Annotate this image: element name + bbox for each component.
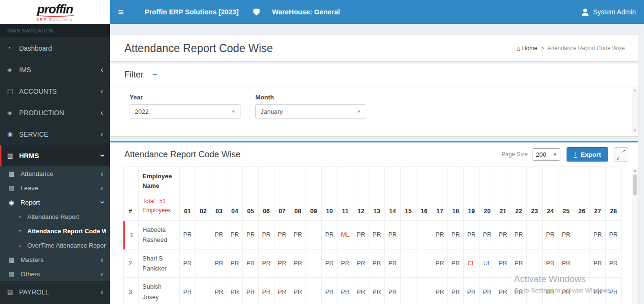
chevron-left-icon: ‹ [100, 130, 103, 138]
sidebar-item-overtime-attendance-report[interactable]: ○OverTime Attendance Report [0, 238, 110, 252]
app-logo[interactable]: proffin ERP Solutions [0, 0, 110, 24]
table-row: 1Habeela RasheedPRPRPRPRPRPRPRPRMLPRPRPR… [123, 221, 622, 250]
expand-button[interactable]: ↗ ↙ [614, 147, 628, 162]
sidebar-item-others[interactable]: ▦Others‹ [0, 267, 110, 281]
attendance-cell: PR [180, 278, 196, 304]
sidebar-item-attendance[interactable]: ▦Attendance‹ [0, 166, 110, 181]
id-card-icon: ▥ [7, 152, 19, 159]
user-name: System Admin [593, 8, 636, 16]
attendance-cell: PR [432, 278, 448, 304]
day-column-header: 26 [574, 166, 590, 221]
attendance-cell: PR [322, 250, 338, 278]
warehouse-label: WareHouse: General [272, 8, 340, 16]
list-icon: ▤ [7, 87, 19, 95]
attendance-cell [306, 278, 322, 304]
day-column-header: 28 [606, 166, 622, 221]
attendance-cell: PR [290, 250, 306, 278]
attendance-cell: PR [274, 278, 290, 304]
attendance-cell [574, 221, 590, 250]
sidebar-item-masters[interactable]: ▦Masters‹ [0, 252, 110, 267]
attendance-cell: PR [180, 221, 196, 250]
day-column-header: 17 [432, 166, 448, 221]
sidebar-item-accounts[interactable]: ▤ACCOUNTS‹ [0, 80, 110, 102]
attendance-cell: PR [180, 250, 196, 278]
chevron-left-icon: ‹ [100, 288, 103, 296]
filter-panel-body: Year 2022 ▼ Month January ▼ [110, 87, 638, 119]
chevron-down-icon: ▼ [553, 152, 557, 157]
day-column-header: 15 [401, 166, 416, 221]
scrollbar-thumb[interactable] [633, 174, 637, 195]
share-nodes-icon: ◈ [7, 66, 19, 73]
year-field-group: Year 2022 ▼ [130, 94, 240, 119]
day-column-header: 05 [243, 166, 259, 221]
attendance-cell: PR [448, 250, 464, 278]
sidebar-item-attendance-report[interactable]: ○Attendance Report [0, 209, 110, 224]
filter-scrollbar[interactable]: ▲ ▼ [632, 87, 638, 133]
day-column-header: 12 [353, 166, 369, 221]
sidebar-item-production[interactable]: ◈PRODUCTION‹ [0, 102, 110, 123]
attendance-cell: PR [385, 278, 401, 304]
row-number: 3 [123, 278, 139, 304]
attendance-cell: PR [243, 221, 259, 250]
top-navbar: ≡ Proffin ERP Solutions [2023] WareHouse… [110, 0, 644, 24]
day-column-header: 20 [480, 166, 495, 221]
attendance-cell: PR [369, 278, 385, 304]
employee-column-label: Employee Name [142, 172, 175, 191]
day-column-header: 27 [590, 166, 606, 221]
day-column-header: 02 [196, 166, 211, 221]
attendance-cell: PR [480, 221, 495, 250]
sidebar-item-payroll[interactable]: ▤PAYROLL‹ [0, 281, 110, 303]
export-button[interactable]: ↑ Export [567, 147, 608, 162]
attendance-cell: PR [543, 250, 558, 278]
record-icon: ◉ [9, 199, 21, 206]
year-select[interactable]: 2022 ▼ [130, 104, 240, 119]
scroll-up-icon[interactable]: ▲ [632, 168, 638, 174]
sidebar-item-label: SERVICE [19, 130, 100, 138]
page-size-select[interactable]: 200 ▼ [533, 148, 560, 161]
page-header: Attendance Report Code Wise ⌂ Home > Att… [110, 35, 638, 61]
attendance-cell: PR [480, 278, 495, 304]
sidebar-item-report[interactable]: ◉Report‹ [0, 195, 110, 209]
scroll-up-icon[interactable]: ▲ [632, 87, 638, 93]
sidebar-toggle-button[interactable]: ≡ [110, 0, 132, 24]
attendance-cell: ML [338, 221, 353, 250]
day-column-header: 14 [385, 166, 401, 221]
sidebar-item-attendance-report-code-wise[interactable]: ○Attendance Report Code Wise [0, 224, 110, 238]
attendance-cell: PR [369, 221, 385, 250]
day-column-header: 13 [369, 166, 385, 221]
sidebar-item-ims[interactable]: ◈IMS‹ [0, 59, 110, 80]
scroll-down-icon[interactable]: ▼ [632, 128, 638, 133]
minus-icon[interactable]: − [153, 71, 157, 79]
sidebar-item-label: Report [21, 199, 100, 206]
attendance-cell [401, 278, 416, 304]
table-scrollbar[interactable]: ▲ [632, 168, 638, 304]
logo-swoosh [35, 13, 75, 17]
sidebar-item-label: PAYROLL [19, 288, 100, 296]
attendance-cell [196, 278, 211, 304]
export-button-label: Export [580, 151, 601, 158]
breadcrumb-home-link[interactable]: ⌂ Home [516, 45, 537, 52]
attendance-cell: PR [243, 278, 259, 304]
sidebar-item-service[interactable]: ◉SERVICE‹ [0, 123, 110, 145]
sidebar-item-leave[interactable]: ▦Leave‹ [0, 181, 110, 195]
month-select[interactable]: January ▼ [255, 104, 366, 119]
attendance-cell: PR [432, 221, 448, 250]
attendance-cell: PR [590, 278, 606, 304]
user-menu[interactable]: System Admin [573, 0, 644, 24]
month-label: Month [255, 94, 366, 101]
attendance-cell: PR [432, 250, 448, 278]
chevron-down-icon: ▼ [231, 109, 235, 114]
chevron-left-icon: ‹ [100, 170, 103, 178]
day-column-header: 18 [448, 166, 464, 221]
sidebar-item-hrms[interactable]: ▥HRMS‹ [0, 145, 110, 166]
year-label: Year [130, 94, 240, 101]
row-number: 2 [123, 250, 139, 278]
attendance-cell [574, 278, 590, 304]
attendance-tbody: 1Habeela RasheedPRPRPRPRPRPRPRPRMLPRPRPR… [123, 221, 622, 304]
sidebar-item-label: Others [21, 271, 100, 278]
sidebar-item-dashboard[interactable]: ◔Dashboard [0, 37, 110, 59]
calendar-icon: ▦ [9, 170, 21, 177]
attendance-cell: PR [290, 221, 306, 250]
attendance-header-row: # Employee Name Total : 51 Employees 010… [123, 166, 622, 221]
attendance-cell: CL [464, 250, 480, 278]
